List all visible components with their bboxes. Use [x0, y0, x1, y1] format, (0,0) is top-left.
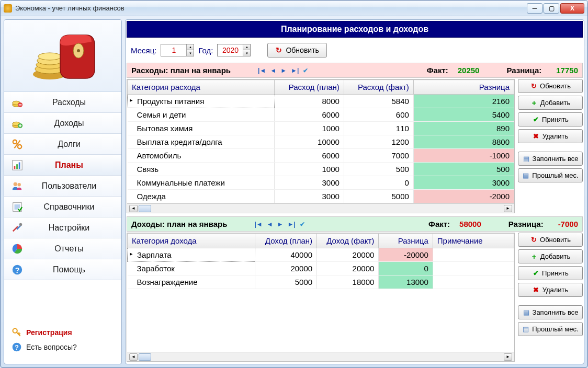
cell-fact[interactable]: 7000 — [344, 149, 413, 163]
cell-diff[interactable]: 0 — [379, 262, 433, 275]
nav-next-icon[interactable]: ► — [280, 67, 287, 74]
exp-accept-button[interactable]: ✔Принять — [518, 112, 583, 126]
scroll-left-icon[interactable]: ◄ — [129, 205, 138, 212]
cell-fact[interactable]: 5840 — [344, 95, 413, 108]
sidebar-item-dictionaries[interactable]: Справочники — [4, 197, 121, 217]
cell-diff[interactable]: 2160 — [413, 95, 514, 108]
incomes-grid[interactable]: Категория дохода Доход (план) Доход (фак… — [127, 233, 514, 289]
nav-next-icon[interactable]: ► — [277, 221, 284, 228]
exp-fill-all-button[interactable]: ▤Заполнить все — [518, 152, 583, 166]
col-category[interactable]: Категория расхода — [128, 80, 275, 95]
table-row[interactable]: Зарплата 40000 20000 -20000 — [128, 248, 514, 262]
cell-diff[interactable]: 890 — [413, 122, 514, 135]
questions-link[interactable]: ? Есть вопросы? — [12, 342, 114, 352]
year-input[interactable] — [218, 44, 243, 56]
inc-fill-all-button[interactable]: ▤Заполнить все — [518, 305, 583, 319]
scroll-right-icon[interactable]: ► — [504, 205, 512, 212]
col-fact[interactable]: Расход (факт) — [344, 80, 413, 95]
h-scrollbar[interactable]: ◄ ► — [127, 203, 514, 213]
col-plan[interactable]: Расход (план) — [274, 80, 344, 95]
inc-last-month-button[interactable]: ▤Прошлый мес. — [518, 322, 583, 336]
year-down[interactable]: ▼ — [243, 50, 250, 56]
cell-category[interactable]: Автомобиль — [128, 149, 275, 163]
nav-last-icon[interactable]: ►| — [291, 67, 299, 74]
cell-fact[interactable]: 110 — [344, 122, 413, 135]
minimize-button[interactable]: ─ — [527, 3, 542, 14]
cell-plan[interactable]: 3000 — [274, 176, 344, 190]
cell-category[interactable]: Продукты питания — [128, 95, 275, 108]
cell-fact[interactable]: 18000 — [317, 275, 379, 289]
cell-plan[interactable]: 3000 — [274, 190, 344, 203]
cell-note[interactable] — [433, 275, 514, 289]
month-input[interactable] — [161, 44, 186, 56]
col-diff[interactable]: Разница — [379, 234, 433, 248]
cell-fact[interactable]: 500 — [344, 163, 413, 176]
scroll-right-icon[interactable]: ► — [504, 353, 512, 361]
cell-diff[interactable]: 3000 — [413, 176, 514, 190]
cell-diff[interactable]: 8800 — [413, 135, 514, 149]
table-row[interactable]: Продукты питания 8000 5840 2160 — [128, 95, 514, 108]
cell-note[interactable] — [433, 262, 514, 275]
cell-category[interactable]: Выплата кредита/долга — [128, 135, 275, 149]
cell-diff[interactable]: -20000 — [379, 248, 433, 262]
inc-add-button[interactable]: +Добавить — [518, 249, 583, 263]
table-row[interactable]: Связь 1000 500 500 — [128, 163, 514, 176]
registration-link[interactable]: Регистрация — [12, 327, 114, 338]
cell-plan[interactable]: 6000 — [274, 108, 344, 122]
cell-category[interactable]: Зарплата — [128, 248, 255, 262]
nav-last-icon[interactable]: ►| — [287, 221, 295, 228]
cell-note[interactable] — [433, 248, 514, 262]
table-row[interactable]: Автомобиль 6000 7000 -1000 — [128, 149, 514, 163]
expenses-grid[interactable]: Категория расхода Расход (план) Расход (… — [127, 79, 514, 203]
inc-refresh-button[interactable]: ↻Обновить — [518, 233, 583, 247]
scroll-thumb[interactable] — [139, 353, 151, 361]
exp-delete-button[interactable]: ✖Удалить — [518, 129, 583, 143]
col-diff[interactable]: Разница — [413, 80, 514, 95]
nav-first-icon[interactable]: |◄ — [258, 67, 266, 74]
year-spinner[interactable]: ▲▼ — [217, 44, 251, 56]
nav-prev-icon[interactable]: ◄ — [270, 67, 276, 74]
refresh-button[interactable]: ↻ Обновить — [267, 43, 326, 58]
cell-diff[interactable]: 13000 — [379, 275, 433, 289]
scroll-left-icon[interactable]: ◄ — [129, 353, 138, 361]
sidebar-item-expenses[interactable]: Расходы — [4, 92, 121, 113]
month-up[interactable]: ▲ — [187, 44, 194, 50]
cell-category[interactable]: Семья и дети — [128, 108, 275, 122]
exp-last-month-button[interactable]: ▤Прошлый мес. — [518, 168, 583, 182]
col-category[interactable]: Категория дохода — [128, 234, 255, 248]
table-row[interactable]: Одежда 3000 5000 -2000 — [128, 190, 514, 203]
table-row[interactable]: Вознаграждение 5000 18000 13000 — [128, 275, 514, 289]
sidebar-item-incomes[interactable]: Доходы — [4, 113, 121, 134]
nav-first-icon[interactable]: |◄ — [254, 221, 262, 228]
cell-category[interactable]: Вознаграждение — [128, 275, 255, 289]
col-note[interactable]: Примечание — [433, 234, 514, 248]
col-fact[interactable]: Доход (факт) — [317, 234, 379, 248]
year-up[interactable]: ▲ — [243, 44, 250, 50]
cell-diff[interactable]: -1000 — [413, 149, 514, 163]
month-down[interactable]: ▼ — [187, 50, 194, 56]
cell-fact[interactable]: 0 — [344, 176, 413, 190]
sidebar-item-users[interactable]: Пользователи — [4, 176, 121, 197]
exp-refresh-button[interactable]: ↻Обновить — [518, 79, 583, 93]
cell-fact[interactable]: 5000 — [344, 190, 413, 203]
cell-fact[interactable]: 20000 — [317, 248, 379, 262]
sidebar-item-plans[interactable]: Планы — [4, 155, 121, 176]
cell-plan[interactable]: 1000 — [274, 163, 344, 176]
col-plan[interactable]: Доход (план) — [255, 234, 316, 248]
close-button[interactable]: X — [560, 3, 584, 14]
inc-accept-button[interactable]: ✔Принять — [518, 266, 583, 280]
cell-category[interactable]: Одежда — [128, 190, 275, 203]
month-spinner[interactable]: ▲▼ — [161, 44, 194, 56]
cell-plan[interactable]: 8000 — [274, 95, 344, 108]
h-scrollbar[interactable]: ◄ ► — [127, 352, 514, 361]
nav-prev-icon[interactable]: ◄ — [267, 221, 273, 228]
nav-check-icon[interactable]: ✔ — [303, 67, 308, 74]
table-row[interactable]: Бытовая химия 1000 110 890 — [128, 122, 514, 135]
cell-diff[interactable]: 500 — [413, 163, 514, 176]
nav-check-icon[interactable]: ✔ — [300, 221, 305, 228]
sidebar-item-settings[interactable]: Настройки — [4, 217, 121, 238]
cell-plan[interactable]: 20000 — [255, 262, 316, 275]
cell-category[interactable]: Связь — [128, 163, 275, 176]
maximize-button[interactable]: ▢ — [544, 3, 559, 14]
sidebar-item-reports[interactable]: Отчеты — [4, 238, 121, 259]
